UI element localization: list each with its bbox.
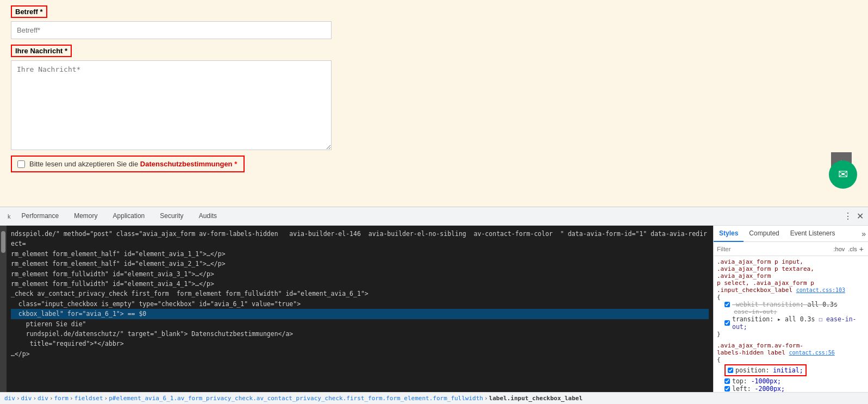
breadcrumb-div-3[interactable]: div [38, 395, 48, 402]
devtools-tab-performance[interactable]: Performance [14, 207, 67, 226]
style-prop-checkbox-transition[interactable] [725, 320, 730, 326]
breadcrumb-div-1[interactable]: div [4, 395, 15, 402]
styles-tab-styles[interactable]: Styles [714, 226, 744, 242]
devtools-tab-bar: k Performance Memory Application Securit… [0, 207, 868, 226]
breadcrumb-fieldset[interactable]: fieldset [74, 395, 103, 402]
breadcrumb-form[interactable]: form [54, 395, 69, 402]
devtools-panel: k Performance Memory Application Securit… [0, 207, 868, 404]
styles-more-icon[interactable]: » [861, 229, 866, 238]
style-highlight-position: position: initial; [725, 364, 807, 376]
style-rule-1: .avia_ajax_form p input, .avia_ajax_form… [717, 258, 865, 338]
styles-panel-tab-bar: Styles Computed Event Listeners » [714, 226, 868, 242]
style-prop-checkbox-position[interactable] [728, 368, 733, 373]
style-prop-checkbox-webkit[interactable] [725, 302, 730, 307]
styles-content: .avia_ajax_form p input, .avia_ajax_form… [714, 256, 868, 392]
styles-filter-hov[interactable]: :hov [834, 246, 845, 252]
devtools-body: ndsspiel.de/" method="post" class="avia_… [0, 226, 868, 392]
page-area: Betreff * Ihre Nachricht * Bitte lesen u… [0, 0, 868, 207]
privacy-row: Bitte lesen und akzeptieren Sie die Date… [11, 156, 245, 172]
style-prop-checkbox-top[interactable] [725, 378, 730, 384]
styles-filter-input[interactable] [717, 246, 834, 252]
subject-field-group: Betreff * [11, 5, 857, 39]
style-rule-1-close: } [717, 331, 865, 338]
styles-tab-event-listeners[interactable]: Event Listeners [785, 226, 841, 242]
subject-label: Betreff * [11, 5, 47, 18]
privacy-checkbox[interactable] [17, 160, 25, 168]
privacy-link[interactable]: Datenschutzbestimmungen [140, 160, 233, 168]
devtools-tab-security[interactable]: Security [152, 207, 191, 226]
breadcrumb-p-element[interactable]: p#element_avia_6_1.av_form_privacy_check… [109, 395, 483, 402]
styles-panel: Styles Computed Event Listeners » :hov .… [713, 226, 868, 392]
style-rule-2: .avia_ajax_form.av-form- labels-hidden l… [717, 342, 865, 392]
styles-tab-computed[interactable]: Computed [744, 226, 784, 242]
mail-icon: ✉ [838, 167, 848, 182]
devtools-tab-application[interactable]: Application [105, 207, 153, 226]
message-field-group: Ihre Nachricht * [11, 45, 857, 150]
devtools-tab-audits[interactable]: Audits [191, 207, 224, 226]
dom-panel[interactable]: ndsspiel.de/" method="post" class="avia_… [7, 226, 713, 392]
style-prop-left: left: -2000px; [717, 385, 865, 392]
style-rule-1-origin[interactable]: .avia_ajax_form p input, .avia_ajax_form… [717, 258, 865, 294]
style-prop-transition: transition: ▸ all 0.3s ☐ ease-in-out; [717, 315, 865, 331]
styles-filter-row: :hov .cls + [714, 242, 868, 256]
style-prop-checkbox-left[interactable] [725, 386, 730, 391]
subject-input[interactable] [11, 21, 332, 39]
styles-panel-icons: » [861, 229, 868, 238]
style-prop-top: top: -1000px; [717, 377, 865, 385]
mail-button[interactable]: ✉ [829, 160, 857, 189]
scroll-indicator[interactable] [0, 226, 7, 392]
devtools-tab-elements-placeholder: k [4, 213, 14, 220]
scroll-thumb [1, 231, 5, 253]
style-prop-webkit-transition: -webkit-transition: all 0.3s [717, 301, 865, 308]
devtools-more-icon[interactable]: ⋮ [844, 211, 852, 221]
devtools-close-icon[interactable]: ✕ [857, 211, 864, 221]
message-input[interactable] [11, 60, 332, 150]
privacy-text: Bitte lesen und akzeptieren Sie die Date… [29, 160, 237, 168]
dom-breadcrumb: div › div › div › form › fieldset › p#el… [0, 392, 868, 404]
styles-filter-cls[interactable]: .cls [848, 246, 857, 252]
styles-add-rule-icon[interactable]: + [859, 245, 864, 253]
style-prop-ease-in-out-comment: ease-in-out; [717, 308, 865, 315]
breadcrumb-div-2[interactable]: div [21, 395, 32, 402]
style-rule-2-origin[interactable]: .avia_ajax_form.av-form- labels-hidden l… [717, 342, 865, 356]
devtools-tab-memory[interactable]: Memory [66, 207, 105, 226]
breadcrumb-current-label: label.input_checkbox_label [489, 395, 583, 402]
message-label: Ihre Nachricht * [11, 45, 72, 57]
